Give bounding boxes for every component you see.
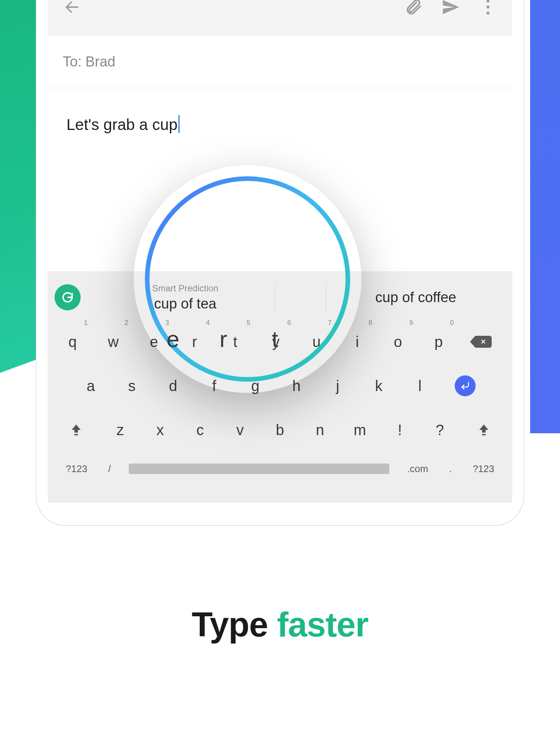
key-number: 2: [125, 319, 128, 327]
key-number: 4: [206, 319, 210, 327]
background-accent-right: [530, 0, 560, 433]
enter-key[interactable]: [441, 375, 490, 396]
key-exclaim[interactable]: !: [380, 413, 420, 447]
keyboard-row-1: q1w2e3r4t5y6u7i8o9p0✕: [48, 320, 512, 364]
smart-prediction-label: Smart Prediction: [99, 283, 271, 294]
svg-rect-5: [482, 434, 486, 436]
key-number: 6: [287, 319, 291, 327]
keyboard-bottom-row: ?123 / .com . ?123: [48, 452, 512, 486]
grammarly-icon[interactable]: [55, 284, 81, 310]
key-b[interactable]: b: [260, 413, 300, 447]
key-f[interactable]: f: [194, 369, 235, 403]
compose-text: Let's grab a cup: [66, 116, 178, 133]
key-i[interactable]: i8: [337, 325, 377, 359]
send-icon[interactable]: [438, 0, 464, 20]
tagline: Type faster: [0, 605, 560, 644]
suggestion-bar: Smart Prediction cup of tea cup of coffe…: [48, 275, 512, 320]
backspace-icon: ✕: [480, 338, 486, 346]
slash-key[interactable]: /: [98, 463, 121, 475]
key-number: 1: [84, 319, 88, 327]
suggestion-divider: [275, 284, 275, 310]
key-a[interactable]: a: [70, 369, 111, 403]
more-dots-icon[interactable]: [475, 0, 501, 20]
phone-screen: To: Brad Let's grab a cup Smart Predicti…: [48, 0, 512, 503]
key-w[interactable]: w2: [93, 325, 134, 359]
key-s[interactable]: s: [111, 369, 152, 403]
key-z[interactable]: z: [100, 413, 140, 447]
keyboard-row-3: zxcvbnm!?: [48, 408, 512, 452]
symbols-key-right[interactable]: ?123: [462, 463, 505, 475]
phone-frame: To: Brad Let's grab a cup Smart Predicti…: [36, 0, 524, 526]
shift-key-right[interactable]: [460, 424, 508, 436]
key-v[interactable]: v: [220, 413, 260, 447]
key-g[interactable]: g: [235, 369, 276, 403]
compose-toolbar: [48, 0, 512, 36]
shift-key-left[interactable]: [52, 424, 100, 436]
key-question[interactable]: ?: [420, 413, 460, 447]
dotcom-key[interactable]: .com: [397, 463, 439, 475]
key-o[interactable]: o9: [377, 325, 418, 359]
key-l[interactable]: l: [399, 369, 441, 403]
key-number: 8: [368, 319, 372, 327]
key-number: 5: [247, 319, 251, 327]
to-field[interactable]: To: Brad: [48, 36, 512, 88]
key-number: 3: [165, 319, 169, 327]
period-key[interactable]: .: [439, 463, 462, 475]
key-h[interactable]: h: [276, 369, 317, 403]
to-recipient: Brad: [85, 54, 115, 70]
to-label: To:: [63, 54, 82, 70]
key-j[interactable]: j: [317, 369, 358, 403]
key-n[interactable]: n: [300, 413, 340, 447]
svg-rect-4: [74, 434, 78, 436]
key-y[interactable]: y6: [256, 325, 296, 359]
shift-icon: [71, 424, 82, 436]
key-e[interactable]: e3: [134, 325, 174, 359]
svg-point-1: [486, 0, 489, 3]
svg-point-2: [486, 6, 489, 9]
key-number: 0: [450, 319, 454, 327]
key-number: 7: [328, 319, 332, 327]
key-number: 9: [409, 319, 413, 327]
shift-icon: [478, 424, 489, 436]
compose-body[interactable]: Let's grab a cup: [48, 88, 512, 245]
key-q[interactable]: q1: [52, 325, 93, 359]
key-c[interactable]: c: [180, 413, 220, 447]
on-screen-keyboard: Smart Prediction cup of tea cup of coffe…: [48, 271, 512, 503]
key-p[interactable]: p0: [418, 325, 459, 359]
key-m[interactable]: m: [340, 413, 380, 447]
key-d[interactable]: d: [152, 369, 193, 403]
key-u[interactable]: u7: [296, 325, 337, 359]
spacebar-key[interactable]: [129, 464, 389, 474]
text-cursor: [178, 115, 180, 133]
suggestion-secondary-text: cup of coffee: [375, 289, 456, 305]
key-k[interactable]: k: [358, 369, 399, 403]
attachment-icon[interactable]: [400, 0, 426, 20]
key-x[interactable]: x: [140, 413, 180, 447]
svg-point-3: [486, 12, 489, 15]
suggestion-primary[interactable]: Smart Prediction cup of tea: [96, 283, 275, 312]
back-arrow-icon[interactable]: [59, 0, 85, 20]
symbols-key[interactable]: ?123: [55, 463, 98, 475]
key-t[interactable]: t5: [215, 325, 256, 359]
suggestion-primary-text: cup of tea: [154, 296, 217, 311]
keyboard-row-2: asdfghjkl: [48, 364, 512, 408]
backspace-key[interactable]: ✕: [459, 336, 508, 348]
tagline-word-2: faster: [277, 605, 368, 644]
suggestion-secondary[interactable]: cup of coffee: [326, 289, 505, 306]
tagline-word-1: Type: [192, 605, 268, 644]
key-r[interactable]: r4: [174, 325, 215, 359]
